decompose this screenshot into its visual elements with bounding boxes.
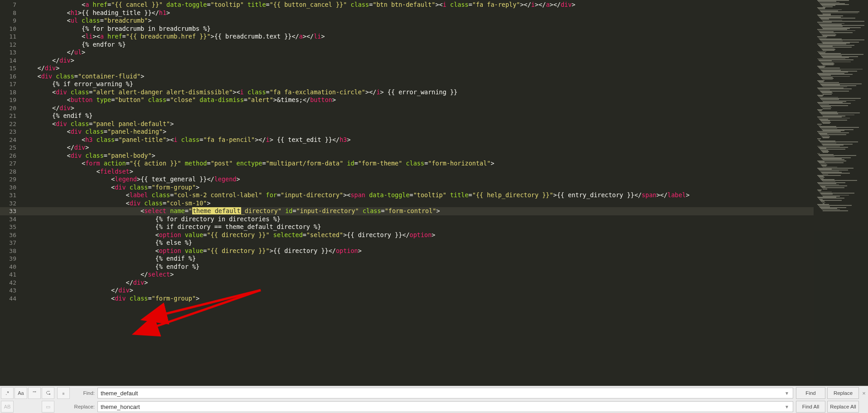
- line-number[interactable]: 41: [0, 271, 16, 279]
- find-button[interactable]: Find: [796, 387, 825, 399]
- replace-input-wrap[interactable]: ▼: [97, 401, 793, 412]
- line-number[interactable]: 17: [0, 80, 16, 88]
- code-line[interactable]: <h1>{{ heading_title }}</h1>: [23, 9, 814, 17]
- code-line[interactable]: <button type="button" class="close" data…: [23, 96, 814, 104]
- replace-all-button[interactable]: Replace All: [827, 401, 859, 413]
- replace-input[interactable]: [101, 403, 784, 410]
- line-number[interactable]: 39: [0, 255, 16, 263]
- editor-area: 7891011121314151617181920212223242526272…: [0, 0, 868, 386]
- code-line[interactable]: <a href="{{ cancel }}" data-toggle="tool…: [23, 1, 814, 9]
- line-number[interactable]: 21: [0, 112, 16, 120]
- line-number[interactable]: 42: [0, 279, 16, 287]
- find-input-wrap[interactable]: ▼: [97, 388, 793, 398]
- line-number-gutter[interactable]: 7891011121314151617181920212223242526272…: [0, 0, 23, 386]
- line-number[interactable]: 28: [0, 168, 16, 176]
- code-line[interactable]: <div class="panel-body">: [23, 152, 814, 160]
- code-line[interactable]: {% if directory == theme_default_directo…: [23, 223, 814, 231]
- line-number[interactable]: 24: [0, 136, 16, 144]
- line-number[interactable]: 27: [0, 160, 16, 168]
- line-number[interactable]: 16: [0, 73, 16, 81]
- code-line[interactable]: </div>: [23, 104, 814, 112]
- code-line[interactable]: </ul>: [23, 49, 814, 57]
- line-number[interactable]: 15: [0, 64, 16, 73]
- code-line[interactable]: {% for directory in directories %}: [23, 215, 814, 224]
- code-line[interactable]: <div class="col-sm-10">: [23, 199, 814, 208]
- code-line[interactable]: <li><a href="{{ breadcrumb.href }}">{{ b…: [23, 33, 814, 41]
- code-line[interactable]: {% endif %}: [23, 255, 814, 263]
- code-line[interactable]: {% if error_warning %}: [23, 80, 814, 88]
- code-line[interactable]: <ul class="breadcrumb">: [23, 17, 814, 25]
- code-line[interactable]: {% else %}: [23, 239, 814, 247]
- line-number[interactable]: 13: [0, 49, 16, 57]
- code-line[interactable]: {% endfor %}: [23, 263, 814, 271]
- line-number[interactable]: 23: [0, 128, 16, 136]
- line-number[interactable]: 32: [0, 199, 16, 208]
- minimap[interactable]: [814, 0, 868, 386]
- line-number[interactable]: 14: [0, 57, 16, 65]
- line-number[interactable]: 43: [0, 287, 16, 295]
- line-number[interactable]: 22: [0, 120, 16, 128]
- line-number[interactable]: 40: [0, 263, 16, 271]
- toggle-regex[interactable]: .*: [1, 387, 14, 399]
- toggle-in-selection[interactable]: ⩷: [57, 387, 70, 399]
- replace-label: Replace:: [70, 404, 97, 409]
- code-line[interactable]: <fieldset>: [23, 168, 814, 176]
- code-line[interactable]: <div class="panel panel-default">: [23, 120, 814, 128]
- code-line[interactable]: {% for breadcrumb in breadcrumbs %}: [23, 25, 814, 33]
- code-line[interactable]: </div>: [23, 57, 814, 65]
- find-all-button[interactable]: Find All: [796, 401, 825, 413]
- line-number[interactable]: 37: [0, 239, 16, 247]
- find-history-dropdown-icon[interactable]: ▼: [784, 391, 790, 396]
- line-number[interactable]: 7: [0, 1, 16, 9]
- code-line[interactable]: <option value="{{ directory }}">{{ direc…: [23, 247, 814, 255]
- code-line[interactable]: {% endfor %}: [23, 41, 814, 49]
- code-line[interactable]: <div class="form-group">: [23, 295, 814, 303]
- toggle-whole-word[interactable]: “”: [28, 387, 41, 399]
- code-line[interactable]: </div>: [23, 287, 814, 295]
- line-number[interactable]: 10: [0, 25, 16, 33]
- code-line[interactable]: </div>: [23, 64, 814, 73]
- line-number[interactable]: 18: [0, 88, 16, 97]
- code-line[interactable]: {% endif %}: [23, 112, 814, 120]
- code-line[interactable]: <label class="col-sm-2 control-label" fo…: [23, 191, 814, 199]
- toggle-case-sensitive[interactable]: Aa: [15, 387, 27, 399]
- line-number[interactable]: 33: [0, 207, 23, 215]
- toggle-wrap[interactable]: ⮎: [42, 387, 54, 399]
- code-line[interactable]: </div>: [23, 144, 814, 152]
- code-line[interactable]: <div class="container-fluid">: [23, 73, 814, 81]
- line-number[interactable]: 11: [0, 33, 16, 41]
- code-line[interactable]: </div>: [23, 279, 814, 287]
- code-line[interactable]: <legend>{{ text_general }}</legend>: [23, 175, 814, 184]
- line-number[interactable]: 38: [0, 247, 16, 255]
- code-line[interactable]: <option value="{{ directory }}" selected…: [23, 231, 814, 239]
- find-input[interactable]: [101, 390, 784, 397]
- line-number[interactable]: 19: [0, 96, 16, 104]
- code-line[interactable]: <select name="theme_default_directory" i…: [23, 207, 814, 215]
- line-number[interactable]: 12: [0, 41, 16, 49]
- code-line[interactable]: <div class="panel-heading">: [23, 128, 814, 136]
- line-number[interactable]: 34: [0, 215, 16, 224]
- line-number[interactable]: 31: [0, 191, 16, 199]
- line-number[interactable]: 9: [0, 17, 16, 25]
- close-panel-icon[interactable]: ×: [860, 390, 868, 397]
- code-editor[interactable]: <a href="{{ cancel }}" data-toggle="tool…: [23, 0, 814, 386]
- line-number[interactable]: 44: [0, 295, 16, 303]
- line-number[interactable]: 35: [0, 223, 16, 231]
- line-number[interactable]: 26: [0, 152, 16, 160]
- code-line[interactable]: <form action="{{ action }}" method="post…: [23, 160, 814, 168]
- line-number[interactable]: 29: [0, 175, 16, 184]
- line-number[interactable]: 8: [0, 9, 16, 17]
- line-number[interactable]: 25: [0, 144, 16, 152]
- toggle-highlight-matches[interactable]: ▭: [42, 401, 54, 413]
- replace-history-dropdown-icon[interactable]: ▼: [784, 404, 790, 409]
- code-line[interactable]: <h3 class="panel-title"><i class="fa fa-…: [23, 136, 814, 144]
- replace-button[interactable]: Replace: [827, 387, 859, 399]
- code-line[interactable]: <div class="alert alert-danger alert-dis…: [23, 88, 814, 97]
- line-number[interactable]: 30: [0, 184, 16, 192]
- code-line[interactable]: <div class="form-group">: [23, 184, 814, 192]
- toggle-preserve-case[interactable]: AB: [1, 401, 14, 413]
- line-number[interactable]: 20: [0, 104, 16, 112]
- code-line[interactable]: </select>: [23, 271, 814, 279]
- line-number[interactable]: 36: [0, 231, 16, 239]
- find-replace-panel: .* Aa “” ⮎ ⩷ Find: ▼ Find Replace × AB ▭…: [0, 386, 868, 413]
